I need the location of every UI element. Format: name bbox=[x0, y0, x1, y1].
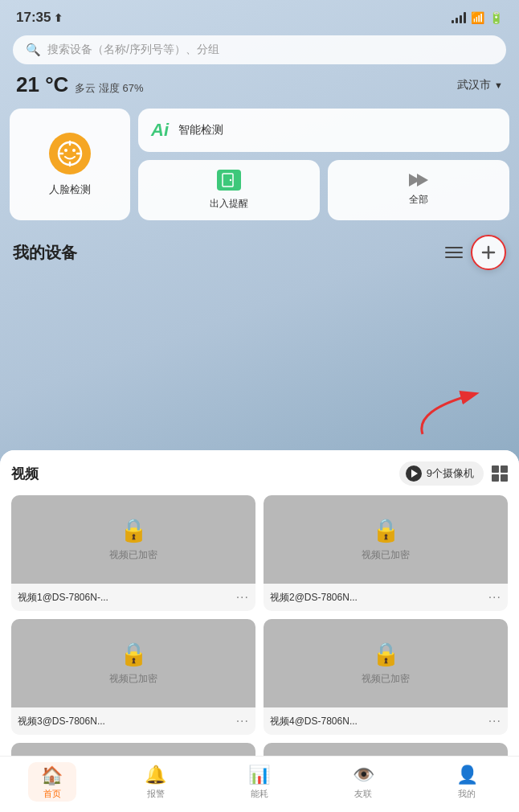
video-card-3[interactable]: 🔒 视频已加密 视频3@DS-7806N... ··· bbox=[11, 619, 255, 735]
face-detect-label: 人脸检测 bbox=[49, 182, 91, 197]
smart-detect-label: 智能检测 bbox=[178, 123, 223, 137]
video-dots-3[interactable]: ··· bbox=[236, 714, 249, 728]
nav-item-profile[interactable]: 👤 我的 bbox=[443, 765, 491, 800]
encrypted-text-1: 视频已加密 bbox=[109, 548, 157, 562]
lock-icon-3: 🔒 bbox=[120, 641, 148, 667]
nav-label-alarm: 报警 bbox=[147, 788, 165, 800]
encrypted-text-4: 视频已加密 bbox=[362, 672, 410, 686]
face-detect-card[interactable]: 人脸检测 bbox=[10, 109, 130, 220]
svg-point-2 bbox=[72, 149, 76, 152]
video-card-5[interactable]: 🔒 视频已加密 视频5@DS-... ··· bbox=[11, 743, 255, 756]
feature-section: 人脸检测 Ai 智能检测 出入提醒 bbox=[0, 109, 519, 232]
bottom-nav: 🏠 首页 🔔 报警 📊 能耗 👁️ 友联 👤 我的 bbox=[0, 756, 519, 812]
camera-count-badge[interactable]: 9个摄像机 bbox=[399, 461, 484, 486]
weather-desc: 多云 湿度 67% bbox=[75, 81, 143, 96]
energy-icon: 📊 bbox=[248, 765, 270, 785]
video-thumb-6: 🔒 视频已加密 bbox=[264, 743, 508, 756]
video-card-1[interactable]: 🔒 视频已加密 视频1@DS-7806N-... ··· bbox=[11, 495, 255, 611]
devices-controls bbox=[445, 235, 506, 270]
nav-item-friends[interactable]: 👁️ 友联 bbox=[339, 765, 387, 800]
ai-icon: Ai bbox=[151, 120, 169, 141]
door-icon bbox=[217, 170, 241, 191]
lock-icon-4: 🔒 bbox=[372, 641, 400, 667]
svg-point-9 bbox=[230, 179, 231, 181]
video-card-4[interactable]: 🔒 视频已加密 视频4@DS-7806N... ··· bbox=[264, 619, 508, 735]
add-device-button[interactable] bbox=[471, 235, 506, 270]
svg-point-1 bbox=[64, 149, 67, 152]
nav-item-alarm[interactable]: 🔔 报警 bbox=[132, 765, 180, 800]
feature-bottom-row: 出入提醒 全部 bbox=[138, 160, 509, 220]
weather-bar: 21 °C 多云 湿度 67% 武汉市 ▼ bbox=[0, 72, 519, 109]
door-alert-label: 出入提醒 bbox=[210, 197, 248, 211]
nav-item-home[interactable]: 🏠 首页 bbox=[28, 762, 76, 802]
video-section: 视频 9个摄像机 🔒 视频已加密 视频1@DS-7806N-... bbox=[0, 450, 519, 756]
hamburger-button[interactable] bbox=[445, 247, 463, 258]
my-devices-title: 我的设备 bbox=[13, 242, 77, 264]
lock-icon-2: 🔒 bbox=[372, 517, 400, 543]
video-dots-2[interactable]: ··· bbox=[488, 590, 501, 605]
chevron-down-icon: ▼ bbox=[494, 80, 503, 90]
profile-icon: 👤 bbox=[456, 765, 478, 785]
nav-label-profile: 我的 bbox=[458, 788, 476, 800]
search-bar[interactable]: 🔍 搜索设备（名称/序列号等）、分组 bbox=[13, 35, 506, 64]
weather-left: 21 °C 多云 湿度 67% bbox=[16, 72, 144, 97]
wifi-icon: 📶 bbox=[471, 11, 484, 24]
camera-play-icon bbox=[406, 465, 422, 482]
video-thumb-5: 🔒 视频已加密 bbox=[11, 743, 255, 756]
weather-temp: 21 °C bbox=[16, 72, 68, 97]
face-icon bbox=[49, 133, 91, 174]
home-icon: 🏠 bbox=[41, 765, 63, 786]
video-grid: 🔒 视频已加密 视频1@DS-7806N-... ··· 🔒 视频已加密 视频2… bbox=[11, 495, 508, 756]
encrypted-text-2: 视频已加密 bbox=[362, 548, 410, 562]
grid-view-button[interactable] bbox=[492, 465, 508, 482]
search-icon: 🔍 bbox=[26, 43, 41, 57]
video-dots-4[interactable]: ··· bbox=[488, 714, 501, 728]
signal-icon bbox=[452, 12, 466, 23]
status-bar: 17:35 ⬆ 📶 🔋 bbox=[0, 0, 519, 31]
friends-icon: 👁️ bbox=[353, 765, 374, 785]
video-thumb-4: 🔒 视频已加密 bbox=[264, 619, 508, 707]
camera-count-text: 9个摄像机 bbox=[427, 466, 474, 481]
status-icons: 📶 🔋 bbox=[452, 11, 503, 24]
video-thumb-3: 🔒 视频已加密 bbox=[11, 619, 255, 707]
video-thumb-2: 🔒 视频已加密 bbox=[264, 495, 508, 584]
location-arrow-icon: ⬆ bbox=[54, 12, 63, 24]
lock-icon-1: 🔒 bbox=[120, 517, 148, 543]
feature-right-col: Ai 智能检测 出入提醒 全部 bbox=[138, 109, 509, 220]
all-card[interactable]: 全部 bbox=[328, 160, 509, 220]
nav-label-energy: 能耗 bbox=[251, 788, 268, 800]
my-devices-header: 我的设备 bbox=[0, 232, 519, 278]
nav-label-friends: 友联 bbox=[354, 788, 372, 800]
all-label: 全部 bbox=[409, 193, 428, 207]
status-time: 17:35 ⬆ bbox=[16, 10, 63, 26]
video-label-1: 视频1@DS-7806N-... ··· bbox=[11, 584, 255, 611]
door-alert-card[interactable]: 出入提醒 bbox=[138, 160, 320, 220]
video-card-6[interactable]: 🔒 视频已加密 视频6@DS-... ··· bbox=[264, 743, 508, 756]
video-section-header: 视频 9个摄像机 bbox=[11, 461, 508, 486]
all-icon bbox=[409, 174, 428, 187]
video-label-3: 视频3@DS-7806N... ··· bbox=[11, 707, 255, 735]
video-section-title: 视频 bbox=[11, 465, 39, 483]
battery-icon: 🔋 bbox=[489, 11, 503, 24]
video-card-2[interactable]: 🔒 视频已加密 视频2@DS-7806N... ··· bbox=[264, 495, 508, 611]
ai-detect-card[interactable]: Ai 智能检测 bbox=[138, 109, 509, 152]
alarm-icon: 🔔 bbox=[145, 765, 166, 785]
video-thumb-1: 🔒 视频已加密 bbox=[11, 495, 255, 584]
nav-item-energy[interactable]: 📊 能耗 bbox=[235, 765, 284, 800]
weather-city[interactable]: 武汉市 ▼ bbox=[457, 78, 503, 92]
video-label-4: 视频4@DS-7806N... ··· bbox=[264, 707, 508, 735]
encrypted-text-3: 视频已加密 bbox=[109, 672, 157, 686]
video-label-2: 视频2@DS-7806N... ··· bbox=[264, 584, 508, 611]
video-dots-1[interactable]: ··· bbox=[236, 590, 249, 605]
nav-label-home: 首页 bbox=[43, 788, 61, 800]
search-placeholder: 搜索设备（名称/序列号等）、分组 bbox=[47, 43, 219, 57]
